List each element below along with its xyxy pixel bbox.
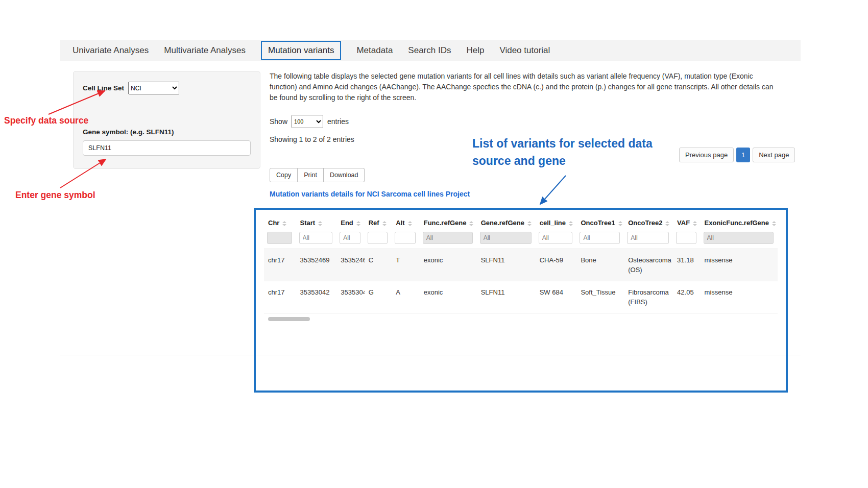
filter-row [264,231,778,249]
tab-mutation-variants[interactable]: Mutation variants [261,41,341,60]
table-cell: T [392,249,419,281]
column-label: VAF [677,219,690,227]
sort-icon [618,221,622,226]
table-cell: 35353042 [336,281,364,313]
column-label: OncoTree1 [581,219,615,227]
filter-input-chr[interactable] [267,232,292,244]
column-header-chr[interactable]: Chr [264,215,296,231]
filter-input-ref[interactable] [368,232,388,244]
variants-table: Chr Start End Ref Alt Func.refGene Gene.… [264,215,778,313]
column-label: Gene.refGene [481,219,524,227]
filter-input-gene-refgene[interactable] [480,232,532,244]
table-cell: Osteosarcoma (OS) [624,249,673,281]
column-label: ExonicFunc.refGene [705,219,769,227]
sort-icon [469,221,473,226]
tab-metadata[interactable]: Metadata [356,45,393,56]
print-button[interactable]: Print [298,168,324,182]
tab-univariate-analyses[interactable]: Univariate Analyses [73,45,149,56]
annotation-specify-data-source: Specify data source [4,115,88,126]
sort-icon [282,221,286,226]
table-cell: G [365,281,392,313]
tab-video-tutorial[interactable]: Video tutorial [499,45,550,56]
pagination: Previous page 1 Next page [679,148,795,162]
column-label: End [341,219,353,227]
horizontal-scrollbar-track [264,315,778,323]
horizontal-scrollbar-thumb[interactable] [268,317,310,321]
show-label: Show [270,117,287,126]
export-button-group: Copy Print Download [270,168,365,182]
column-label: Alt [396,219,404,227]
table-cell: 42.05 [673,281,700,313]
column-header-alt[interactable]: Alt [392,215,419,231]
table-cell: 35352469 [296,249,337,281]
column-header-cell-line[interactable]: cell_line [536,215,577,231]
table-cell: Bone [576,249,624,281]
column-header-exonicfunc-refgene[interactable]: ExonicFunc.refGene [701,215,778,231]
column-header-gene-refgene[interactable]: Gene.refGene [477,215,536,231]
current-page-button[interactable]: 1 [736,148,750,162]
table-cell: C [365,249,392,281]
table-cell: A [392,281,419,313]
sort-icon [408,221,412,226]
table-cell: chr17 [264,249,296,281]
entries-per-page-select[interactable]: 100 [292,115,323,128]
header-row: Chr Start End Ref Alt Func.refGene Gene.… [264,215,778,231]
tab-search-ids[interactable]: Search IDs [408,45,451,56]
tab-multivariate-analyses[interactable]: Multivariate Analyses [164,45,246,56]
filter-input-cell-line[interactable] [539,232,573,244]
column-header-oncotree2[interactable]: OncoTree2 [624,215,673,231]
column-header-oncotree1[interactable]: OncoTree1 [576,215,624,231]
variants-table-container: Chr Start End Ref Alt Func.refGene Gene.… [254,208,788,393]
annotation-enter-gene-symbol: Enter gene symbol [15,190,95,201]
annotation-variants-list: List of variants for selected data sourc… [472,135,677,169]
table-cell: 31.18 [673,249,700,281]
copy-button[interactable]: Copy [270,168,298,182]
next-page-button[interactable]: Next page [753,148,795,162]
showing-entries-status: Showing 1 to 2 of 2 entries [270,135,354,143]
column-header-vaf[interactable]: VAF [673,215,700,231]
table-row: chr17 35352469 35352469 C T exonic SLFN1… [264,249,778,281]
cell-line-set-select[interactable]: NCI [128,82,179,94]
filter-input-vaf[interactable] [676,232,696,244]
column-header-start[interactable]: Start [296,215,337,231]
filter-input-start[interactable] [299,232,333,244]
sort-icon [356,221,360,226]
sidebar-panel: Cell Line Set NCI Gene symbol: (e.g. SLF… [73,71,260,169]
sort-icon [665,221,669,226]
blue-arrow-variants [535,172,571,208]
download-button[interactable]: Download [324,168,365,182]
sort-icon [318,221,322,226]
cell-line-set-row: Cell Line Set NCI [83,82,251,94]
gene-symbol-label: Gene symbol: (e.g. SLFN11) [83,128,251,136]
table-cell: missense [701,249,778,281]
table-cell: chr17 [264,281,296,313]
column-header-ref[interactable]: Ref [365,215,392,231]
table-cell: 35353042 [296,281,337,313]
tab-help[interactable]: Help [466,45,484,56]
gene-symbol-input[interactable] [83,140,251,156]
table-footer-divider [256,355,786,355]
cell-line-set-label: Cell Line Set [83,84,124,92]
column-label: Ref [369,219,379,227]
filter-input-func-refgene[interactable] [423,232,473,244]
table-cell: CHA-59 [536,249,577,281]
column-header-end[interactable]: End [336,215,364,231]
table-description: The following table displays the selecte… [270,71,780,103]
sort-icon [772,221,776,226]
previous-page-button[interactable]: Previous page [679,148,734,162]
table-cell: exonic [420,249,477,281]
table-cell: exonic [420,281,477,313]
sort-icon [382,221,387,226]
column-header-func-refgene[interactable]: Func.refGene [420,215,477,231]
filter-input-exonicfunc-refgene[interactable] [704,232,774,244]
filter-input-oncotree1[interactable] [580,232,620,244]
sort-icon [693,221,697,226]
table-title-link[interactable]: Mutation variants details for NCI Sarcom… [270,190,470,198]
filter-input-end[interactable] [340,232,360,244]
table-cell: Soft_Tissue [576,281,624,313]
column-label: cell_line [540,219,566,227]
table-cell: 35352469 [336,249,364,281]
table-cell: SLFN11 [477,281,536,313]
filter-input-alt[interactable] [395,232,415,244]
filter-input-oncotree2[interactable] [627,232,669,244]
